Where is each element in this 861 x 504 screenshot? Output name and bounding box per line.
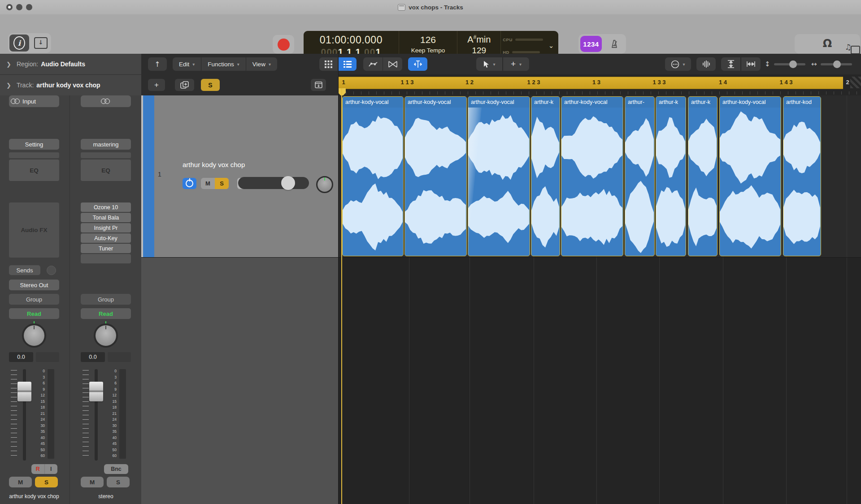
track-on-off-button[interactable] [183,178,196,189]
edit-menu[interactable]: Edit▾ [173,57,201,71]
eq-slot[interactable]: EQ [9,159,59,181]
command-tool-selector[interactable]: + ▾ [503,57,529,71]
audio-region[interactable]: arthur-kody-vocal [561,96,623,256]
track-header-config-button[interactable] [311,79,326,91]
audio-region[interactable]: arthur- [625,96,655,256]
track-mute-button[interactable]: M [201,178,215,189]
hierarchy-up-button[interactable]: ↑ [148,57,167,71]
plugin-slot[interactable]: Tonal Bala [81,213,131,222]
plugin-slot-empty[interactable] [81,254,131,263]
fader-scale-number: 3 [43,375,45,379]
arrange-empty-area[interactable] [339,258,861,504]
input-monitor-button[interactable]: I [45,464,58,474]
automation-mode-button[interactable]: Read [9,308,59,319]
output-slot[interactable]: Stereo Out [9,280,59,290]
count-in-button[interactable]: 1234 [580,36,602,52]
volume-slider-knob[interactable] [281,176,295,190]
sends-slot[interactable]: Sends [9,265,40,275]
gain-slot[interactable] [9,152,59,158]
playhead[interactable] [341,88,342,504]
horizontal-fit-zoom-button[interactable] [741,57,761,71]
region-name: arthur-kody-vocal [561,97,623,108]
pan-knob[interactable] [22,323,46,348]
fader-cap[interactable] [89,382,103,401]
snap-menu[interactable]: ▾ [665,57,691,71]
automation-button[interactable] [363,57,383,71]
setting-button[interactable]: mastering [81,139,131,150]
disclosure-chevron-icon[interactable]: ❯ [6,61,11,68]
audio-region[interactable]: arthur-k [656,96,686,256]
bar-ruler[interactable]: 11 1 31 21 2 31 31 3 31 41 4 32 [339,74,861,96]
gain-slot[interactable] [81,152,131,158]
mute-button[interactable]: M [81,477,104,487]
input-slot[interactable]: Input [9,95,59,107]
bounce-button[interactable]: Bnc [104,464,128,474]
slider-knob[interactable] [789,60,797,68]
solo-button[interactable]: S [107,477,130,487]
audio-region[interactable]: arthur-k [531,96,560,256]
view-menu[interactable]: View▾ [246,57,277,71]
audio-region[interactable]: arthur-kody-vocal [468,96,530,256]
flex-button[interactable] [408,57,427,71]
track-header[interactable]: 1 arthur kody vox chop M S R I [141,95,339,258]
track-volume-slider[interactable] [238,177,309,189]
track-inspector-header[interactable]: ❯ Track: arthur kody vox chop [0,75,141,96]
volume-fader[interactable]: 03691215182124303540455060 [9,368,59,461]
audio-region[interactable]: arthur-k [688,96,718,256]
track-name[interactable]: arthur kody vox chop [183,161,245,168]
audio-region[interactable]: arthur-kody-vocal [719,96,781,256]
disclosure-chevron-icon[interactable]: ❯ [6,82,11,89]
track-list-empty-area[interactable] [141,258,339,504]
track-solo-button[interactable]: S [215,178,229,189]
vertical-zoom-slider[interactable] [774,63,805,65]
channel-strip-name[interactable]: stereo [72,493,139,500]
waveform-zoom-button[interactable] [696,57,716,71]
group-slot[interactable]: Group [9,294,59,305]
functions-menu[interactable]: Functions▾ [201,57,246,71]
loop-browser-button[interactable]: Ω [823,39,832,49]
mute-button[interactable]: M [9,477,32,487]
add-track-button[interactable]: + [148,79,165,91]
volume-value[interactable]: 0.0 [81,352,105,362]
group-slot[interactable]: Group [81,294,131,305]
output-format-button[interactable] [81,95,131,107]
pan-knob[interactable] [94,323,118,348]
vertical-auto-zoom-button[interactable] [721,57,740,71]
duplicate-track-button[interactable] [175,79,194,91]
track-view-button[interactable] [338,57,357,71]
record-button[interactable] [278,39,290,51]
audio-fx-slot[interactable]: Audio FX [9,202,59,258]
control-bar: i ↓ 01:00:00.000 0001 1 1 001 126 Keep T… [0,14,861,54]
eq-slot[interactable]: EQ [81,159,131,181]
plugin-slot[interactable]: Insight Pr [81,223,131,233]
slider-knob[interactable] [833,60,841,68]
audio-region[interactable]: arthur-kody-vocal [342,96,404,256]
record-enable-button[interactable]: R [31,464,45,474]
solo-button[interactable]: S [35,477,58,487]
setting-button[interactable]: Setting [9,139,59,150]
grid-view-button[interactable] [319,57,338,71]
fader-scale-number: 45 [113,442,117,446]
audio-region[interactable]: arthur-kod [783,96,821,256]
volume-fader[interactable]: 03691215182124303540455060 [81,368,131,461]
plugin-slot[interactable]: Ozone 10 [81,202,131,212]
library-toggle-button[interactable]: ↓ [32,36,49,50]
metronome-button[interactable] [604,36,624,52]
plugin-slot[interactable]: Tuner [81,244,131,253]
global-solo-button[interactable]: S [201,79,220,91]
track-lane[interactable]: arthur-kody-vocalarthur-kody-vocalarthur… [339,95,861,258]
automation-mode-button[interactable]: Read [81,308,131,319]
track-pan-knob[interactable] [316,176,333,193]
plugin-slot[interactable]: Auto-Key [81,233,131,243]
audio-region[interactable]: arthur-kody-vocal [404,96,467,256]
horizontal-zoom-slider[interactable] [821,63,852,65]
cycle-region[interactable] [339,77,843,89]
pointer-tool-selector[interactable]: ▾ [476,57,502,71]
crossfade-button[interactable] [383,57,402,71]
inspector-toggle-button[interactable]: i [9,34,29,52]
channel-strip-name[interactable]: arthur kody vox chop [0,493,68,500]
send-knob[interactable] [47,266,56,275]
region-inspector-header[interactable]: ❯ Region: Audio Defaults [0,54,141,75]
fader-cap[interactable] [17,382,31,401]
volume-value[interactable]: 0.0 [9,352,33,362]
